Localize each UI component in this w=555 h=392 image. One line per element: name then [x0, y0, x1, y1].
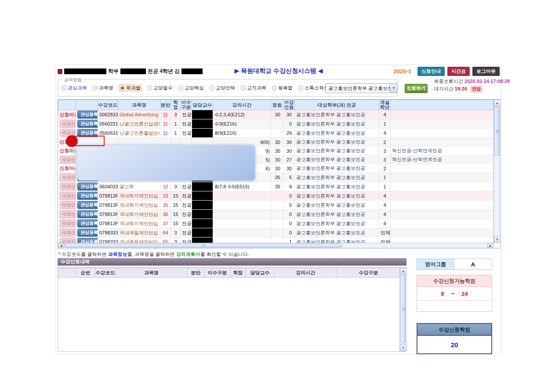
radio-icon[interactable] [62, 86, 66, 90]
interest-button[interactable]: 관심등록 [77, 210, 98, 218]
radio-selected-icon[interactable] [120, 86, 125, 90]
allowed-credits-title: 수강신청가능학점 [417, 275, 492, 287]
scroll-down-icon[interactable]: ▼ [400, 345, 406, 351]
interest-button[interactable]: 관심등록 [77, 120, 98, 128]
course-name-link[interactable]: 국내학기제인턴십 [118, 201, 160, 210]
timetable-button[interactable]: 시간표 [447, 67, 470, 76]
course-name-link[interactable]: Global Advertising [118, 110, 160, 119]
scroll-up-icon[interactable]: ▲ [494, 100, 501, 106]
course-name-link[interactable]: 난광고언론졸업반이다 [118, 129, 160, 138]
course-name-link[interactable]: 국내학기제인턴십 [118, 191, 160, 201]
course-table-hscrollbar[interactable]: ◀ ▶ [58, 243, 493, 248]
interest-button[interactable]: 관심등록 [77, 111, 98, 119]
syllabus-link[interactable]: 강의계획서 [176, 252, 200, 257]
target-major-cell: 광고홍보언론학부 광고홍보전공 [295, 110, 379, 119]
professor-cell [192, 119, 213, 129]
radio-icon[interactable] [178, 86, 183, 90]
year-cell: 1 [379, 119, 391, 129]
course-column-header: 대상학부(과) 전공 [295, 100, 379, 110]
interest-button[interactable]: 관심등록 [77, 201, 98, 209]
time-cell [213, 228, 271, 237]
enrollment-vscrollbar[interactable]: ▲ ▼ [399, 268, 406, 351]
register-button[interactable]: 수강신청 [60, 120, 76, 128]
chevron-down-icon[interactable]: ▼ [390, 84, 397, 93]
course-code-link[interactable]: 0604033 [98, 182, 118, 191]
course-code-link[interactable]: 079813F [98, 210, 118, 219]
last-query-label: · 최종조회시간 [431, 79, 463, 84]
interest-button[interactable]: 관심등록 [77, 229, 98, 237]
logout-button[interactable]: 로그아웃 [472, 67, 500, 76]
department-select[interactable]: 광고홍보언론학부 광고홍보전공 ▼ [326, 83, 398, 93]
extend-button[interactable]: 연장 [470, 86, 482, 93]
search-option-1[interactable]: 과목명 [93, 85, 113, 91]
search-option-0[interactable]: 관심과목 [62, 85, 87, 91]
capacity-cell [271, 119, 283, 129]
course-code-link[interactable]: 079813F [98, 201, 118, 210]
search-option-5[interactable]: 교양선택 [210, 85, 235, 91]
enrolled-cell: 0 [283, 210, 295, 219]
course-type-cell: 전공 [181, 110, 192, 119]
course-row: 신청마감관심등록0062833Global Advertising113전공수2… [58, 110, 493, 119]
professor-cell [192, 228, 213, 237]
register-button[interactable]: 수강신청 [60, 192, 76, 200]
hscroll-thumb[interactable] [65, 244, 341, 248]
last-query-time: 2020-02-24 17:08:29 [464, 79, 510, 84]
status-closed-label: 신청마감 [60, 165, 76, 171]
scroll-down-icon[interactable]: ▼ [494, 236, 501, 243]
scroll-up-icon[interactable]: ▲ [400, 268, 406, 274]
search-option-label: 교양선택 [216, 85, 235, 91]
enrolled-cell: 30 [283, 138, 295, 147]
course-table-header-row: 수강코드과목명분반학점이수 구분담당교수강의시간정원수강 인원대상학부(과) 전… [58, 100, 493, 110]
enrolled-cell: 30 [283, 110, 295, 119]
interest-button[interactable]: 관심등록 [77, 192, 98, 200]
course-code-link[interactable]: 079813F [98, 191, 118, 201]
course-name-link[interactable]: 국내학기제인턴십 [118, 219, 160, 228]
search-option-4[interactable]: 교양핵심 [178, 85, 204, 91]
guide-button[interactable]: 신청안내 [417, 67, 445, 76]
search-submit-button[interactable]: 조회하기 [405, 84, 428, 93]
search-option-7[interactable]: 융복합 [272, 85, 293, 91]
register-button[interactable]: 수강신청 [60, 156, 76, 164]
search-option-3[interactable]: 교양필수 [147, 85, 173, 91]
help-note: * 수강코드를 클릭하면 과목정보를, 과목명을 클릭하면 강의계획서를 확인할… [58, 251, 249, 258]
vscroll-thumb[interactable] [400, 275, 406, 343]
course-code-link[interactable]: 0062833 [98, 110, 118, 119]
enrollment-table: 순번수강코드과목명분반이수구분학점담당교수강의시간수강구분 [58, 268, 400, 278]
scroll-left-icon[interactable]: ◀ [58, 243, 64, 248]
status-cell: 신청마감 [58, 147, 76, 155]
search-option-2[interactable]: 학과별 [119, 85, 141, 91]
register-button[interactable]: 수강신청 [60, 229, 76, 237]
interest-button[interactable]: 관심등록 [77, 219, 98, 227]
allowed-credits-grid [417, 301, 492, 311]
enrolled-cell: 30 [283, 164, 295, 173]
course-code-link[interactable]: 0560231 [98, 119, 118, 129]
credits-cell: 3 [171, 110, 181, 119]
course-info-link[interactable]: 과목정보 [108, 252, 127, 257]
radio-icon[interactable] [147, 86, 152, 90]
register-button[interactable]: 수강신청 [60, 210, 76, 218]
course-code-link[interactable]: 079813F [98, 219, 118, 228]
course-table-vscrollbar[interactable]: ▲ ▼ [493, 100, 500, 243]
year-cell: 4 [379, 110, 391, 119]
capacity-cell [271, 210, 283, 219]
register-button[interactable]: 수강신청 [60, 219, 76, 227]
radio-icon[interactable] [93, 86, 98, 90]
radio-icon[interactable] [210, 86, 214, 90]
scroll-right-icon[interactable]: ▶ [487, 243, 493, 248]
register-button[interactable]: 수강신청 [60, 183, 76, 191]
register-button[interactable]: 수강신청 [60, 173, 76, 181]
radio-icon[interactable] [241, 86, 246, 90]
radio-icon[interactable] [272, 86, 277, 90]
course-name-link[interactable]: 국내계절제인턴십 [118, 228, 160, 237]
register-button[interactable]: 수강신청 [60, 201, 76, 209]
interest-button[interactable]: 관심등록 [77, 183, 98, 191]
course-name-link[interactable]: 국내학기제인턴십 [118, 210, 160, 219]
target-major-cell: 광고홍보언론학부 광고홍보전공 [295, 155, 379, 164]
course-code-link[interactable]: 0798333 [98, 228, 118, 237]
course-name-link[interactable]: 난광고언론신입생이다 [118, 119, 160, 129]
search-option-6[interactable]: 교직과목 [241, 85, 266, 91]
radio-icon[interactable] [298, 86, 303, 90]
course-column-header: 정원 [271, 100, 283, 110]
vscroll-thumb[interactable] [494, 107, 500, 156]
course-name-link[interactable]: 광고학 [118, 182, 160, 191]
